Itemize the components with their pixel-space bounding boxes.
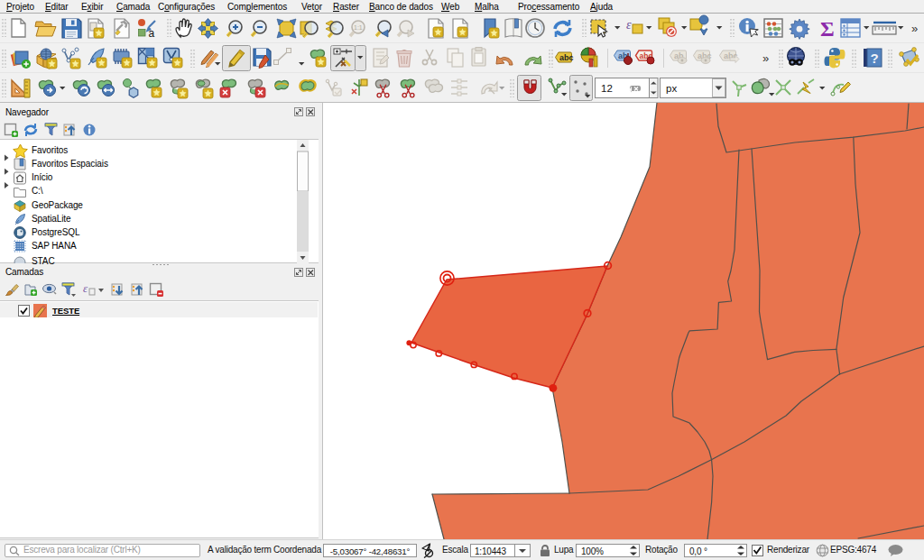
- svg-text:ε: ε: [626, 18, 632, 32]
- svg-text:»: »: [762, 51, 769, 65]
- svg-text:ε: ε: [83, 281, 88, 295]
- svg-text:Σ: Σ: [820, 17, 835, 41]
- svg-text:px: px: [666, 83, 677, 94]
- svg-text:»: »: [911, 22, 918, 35]
- svg-text:12: 12: [601, 83, 613, 94]
- svg-text:abc: abc: [559, 53, 574, 62]
- svg-text:a: a: [149, 27, 155, 40]
- svg-text:?: ?: [871, 50, 879, 66]
- svg-text:1:1: 1:1: [354, 24, 363, 31]
